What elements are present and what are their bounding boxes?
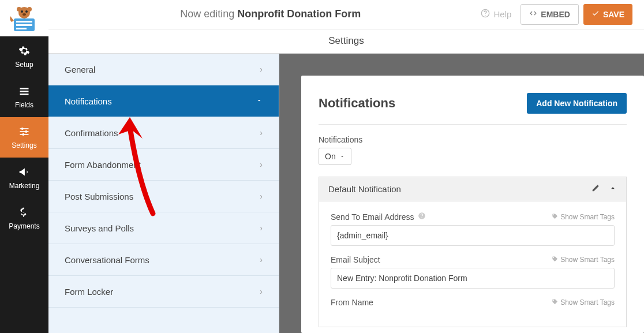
notifications-toggle-select[interactable]: On <box>319 148 351 165</box>
code-icon <box>529 9 537 19</box>
check-icon <box>591 9 600 19</box>
send-to-label: Send To Email Address <box>331 212 426 222</box>
chevron-right-icon: › <box>260 160 263 169</box>
notifications-toggle-label: Notifications <box>319 135 627 144</box>
chevron-right-icon: › <box>260 65 263 74</box>
help-circle-icon <box>481 9 490 20</box>
svg-point-1 <box>21 10 23 13</box>
edit-icon[interactable] <box>591 184 600 194</box>
svg-rect-10 <box>20 88 29 89</box>
svg-point-3 <box>23 13 26 16</box>
svg-rect-9 <box>16 28 27 29</box>
svg-point-16 <box>21 128 24 130</box>
svg-point-17 <box>25 130 27 133</box>
panel-heading: Notifications <box>319 96 395 111</box>
smart-tags-link[interactable]: Show Smart Tags <box>552 256 615 264</box>
svg-point-18 <box>22 133 24 136</box>
save-button[interactable]: SAVE <box>583 4 632 25</box>
svg-rect-7 <box>16 21 32 23</box>
menu-item-surveys-polls[interactable]: Surveys and Polls › <box>48 212 279 244</box>
svg-rect-12 <box>20 93 29 95</box>
send-to-input[interactable] <box>331 225 615 246</box>
svg-rect-8 <box>16 24 32 26</box>
svg-point-4 <box>17 7 21 12</box>
nav-fields[interactable]: Fields <box>0 77 48 117</box>
list-icon <box>18 85 31 98</box>
bullhorn-icon <box>18 166 31 178</box>
notification-box-header: Default Notification <box>319 177 626 201</box>
nav-setup[interactable]: Setup <box>0 36 48 77</box>
left-nav-rail: Setup Fields Settings Marketing Payments <box>0 0 48 333</box>
tag-icon <box>552 298 558 306</box>
menu-item-post-submissions[interactable]: Post Submissions › <box>48 181 279 212</box>
nav-payments[interactable]: Payments <box>0 198 48 238</box>
chevron-up-icon[interactable] <box>609 184 617 194</box>
menu-item-form-abandonment[interactable]: Form Abandonment › <box>48 149 279 181</box>
menu-item-general[interactable]: General › <box>48 54 279 85</box>
topbar: Now editing Nonprofit Donation Form Help… <box>48 0 644 29</box>
menu-item-notifications[interactable]: Notifications <box>48 85 279 117</box>
subject-input[interactable] <box>331 268 615 289</box>
help-circle-icon[interactable] <box>418 212 426 222</box>
settings-header-bar: Settings <box>48 29 644 54</box>
help-link[interactable]: Help <box>481 9 511 20</box>
settings-panel: Notifications Add New Notification Notif… <box>279 54 644 333</box>
svg-rect-11 <box>20 91 29 92</box>
menu-item-confirmations[interactable]: Confirmations › <box>48 117 279 149</box>
svg-point-22 <box>421 217 422 218</box>
tag-icon <box>552 213 558 221</box>
embed-button[interactable]: EMBED <box>521 4 579 25</box>
app-logo <box>0 0 48 36</box>
sliders-icon <box>18 125 31 138</box>
page-title: Now editing Nonprofit Donation Form <box>60 8 481 20</box>
svg-point-2 <box>25 10 28 13</box>
nav-marketing[interactable]: Marketing <box>0 158 48 198</box>
chevron-right-icon: › <box>260 223 263 233</box>
smart-tags-link[interactable]: Show Smart Tags <box>552 213 615 221</box>
svg-point-5 <box>27 7 32 12</box>
tag-icon <box>552 256 558 264</box>
settings-side-menu: General › Notifications Confirmations › … <box>48 54 279 333</box>
menu-item-conversational-forms[interactable]: Conversational Forms › <box>48 244 279 276</box>
chevron-right-icon: › <box>260 287 263 296</box>
gear-icon <box>18 44 31 57</box>
smart-tags-link[interactable]: Show Smart Tags <box>552 298 615 306</box>
add-notification-button[interactable]: Add New Notification <box>527 93 627 114</box>
menu-item-form-locker[interactable]: Form Locker › <box>48 276 279 308</box>
subject-label: Email Subject <box>331 255 380 264</box>
chevron-down-icon <box>339 152 345 161</box>
from-name-label: From Name <box>331 298 373 307</box>
chevron-right-icon: › <box>260 192 263 201</box>
chevron-down-icon <box>256 96 263 106</box>
nav-settings[interactable]: Settings <box>0 117 48 158</box>
chevron-right-icon: › <box>260 255 263 264</box>
dollar-icon <box>18 206 31 219</box>
svg-point-20 <box>485 15 486 16</box>
notification-box: Default Notification <box>319 177 627 327</box>
chevron-right-icon: › <box>260 128 263 137</box>
